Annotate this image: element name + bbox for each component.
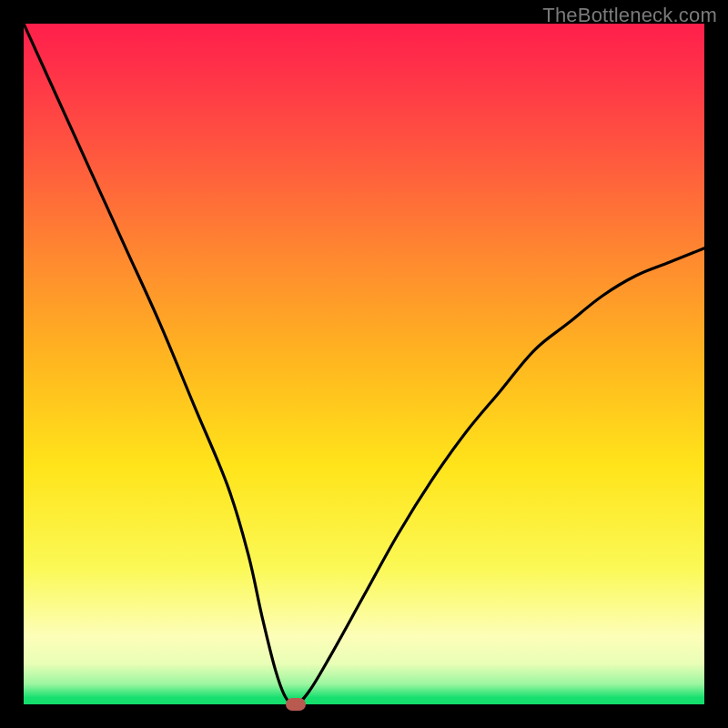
bottleneck-marker (286, 698, 306, 711)
bottleneck-curve (24, 24, 704, 704)
chart-plot-area (24, 24, 704, 704)
chart-frame: TheBottleneck.com (0, 0, 728, 728)
watermark-text: TheBottleneck.com (542, 4, 717, 27)
curve-path (24, 24, 704, 704)
